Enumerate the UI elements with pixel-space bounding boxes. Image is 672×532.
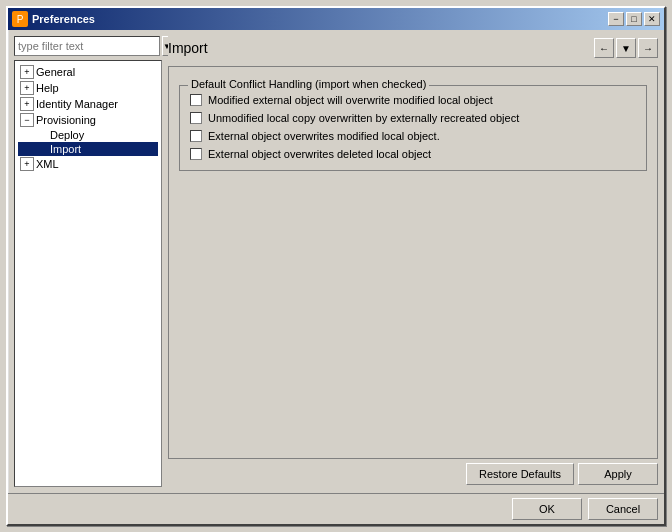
xml-expander[interactable]: + xyxy=(20,157,34,171)
cancel-button[interactable]: Cancel xyxy=(588,498,658,520)
nav-back-button[interactable]: ← xyxy=(594,38,614,58)
preferences-window: P Preferences − □ ✕ ▼ + xyxy=(6,6,666,526)
provisioning-label: Provisioning xyxy=(36,114,96,126)
general-expander[interactable]: + xyxy=(20,65,34,79)
left-panel: ▼ + General + Help + Identity Manager xyxy=(14,36,162,487)
deploy-label: Deploy xyxy=(50,129,84,141)
checkbox-row-2: Unmodified local copy overwritten by ext… xyxy=(190,112,636,124)
search-input[interactable] xyxy=(14,36,160,56)
provisioning-expander[interactable]: − xyxy=(20,113,34,127)
tree-item-import[interactable]: Import xyxy=(18,142,158,156)
panel-title-row: Import ← ▼ → xyxy=(168,36,658,60)
checkbox-4[interactable] xyxy=(190,148,202,160)
right-panel: Import ← ▼ → Default Conflict Handling (… xyxy=(168,36,658,487)
checkbox-label-1: Modified external object will overwrite … xyxy=(208,94,493,106)
bottom-bar: Restore Defaults Apply xyxy=(168,459,658,487)
title-bar-controls: − □ ✕ xyxy=(608,12,660,26)
checkbox-row-4: External object overwrites deleted local… xyxy=(190,148,636,160)
ok-button[interactable]: OK xyxy=(512,498,582,520)
checkbox-row-1: Modified external object will overwrite … xyxy=(190,94,636,106)
nav-forward-button[interactable]: → xyxy=(638,38,658,58)
title-bar-left: P Preferences xyxy=(12,11,95,27)
identity-manager-label: Identity Manager xyxy=(36,98,118,110)
title-bar: P Preferences − □ ✕ xyxy=(8,8,664,30)
general-label: General xyxy=(36,66,75,78)
apply-button[interactable]: Apply xyxy=(578,463,658,485)
checkbox-3[interactable] xyxy=(190,130,202,142)
filter-row: ▼ xyxy=(14,36,162,56)
checkbox-label-4: External object overwrites deleted local… xyxy=(208,148,431,160)
window-title: Preferences xyxy=(32,13,95,25)
nav-dropdown-button[interactable]: ▼ xyxy=(616,38,636,58)
minimize-button[interactable]: − xyxy=(608,12,624,26)
import-label: Import xyxy=(50,143,81,155)
xml-label: XML xyxy=(36,158,59,170)
checkbox-label-3: External object overwrites modified loca… xyxy=(208,130,440,142)
window-body: ▼ + General + Help + Identity Manager xyxy=(8,30,664,493)
panel-content: Default Conflict Handling (import when c… xyxy=(168,66,658,459)
close-button[interactable]: ✕ xyxy=(644,12,660,26)
tree-item-deploy[interactable]: Deploy xyxy=(18,128,158,142)
help-expander[interactable]: + xyxy=(20,81,34,95)
identity-manager-expander[interactable]: + xyxy=(20,97,34,111)
checkbox-1[interactable] xyxy=(190,94,202,106)
conflict-handling-group: Default Conflict Handling (import when c… xyxy=(179,85,647,171)
panel-nav: ← ▼ → xyxy=(594,38,658,58)
tree-item-help[interactable]: + Help xyxy=(18,80,158,96)
tree-panel: + General + Help + Identity Manager − Pr… xyxy=(14,60,162,487)
restore-defaults-button[interactable]: Restore Defaults xyxy=(466,463,574,485)
panel-title-text: Import xyxy=(168,40,208,56)
tree-item-provisioning[interactable]: − Provisioning xyxy=(18,112,158,128)
help-label: Help xyxy=(36,82,59,94)
main-content: ▼ + General + Help + Identity Manager xyxy=(14,36,658,487)
maximize-button[interactable]: □ xyxy=(626,12,642,26)
tree-item-identity-manager[interactable]: + Identity Manager xyxy=(18,96,158,112)
tree-item-general[interactable]: + General xyxy=(18,64,158,80)
checkbox-row-3: External object overwrites modified loca… xyxy=(190,130,636,142)
checkbox-label-2: Unmodified local copy overwritten by ext… xyxy=(208,112,519,124)
footer-bar: OK Cancel xyxy=(8,493,664,524)
checkbox-2[interactable] xyxy=(190,112,202,124)
window-icon: P xyxy=(12,11,28,27)
tree-item-xml[interactable]: + XML xyxy=(18,156,158,172)
group-box-title: Default Conflict Handling (import when c… xyxy=(188,78,429,90)
